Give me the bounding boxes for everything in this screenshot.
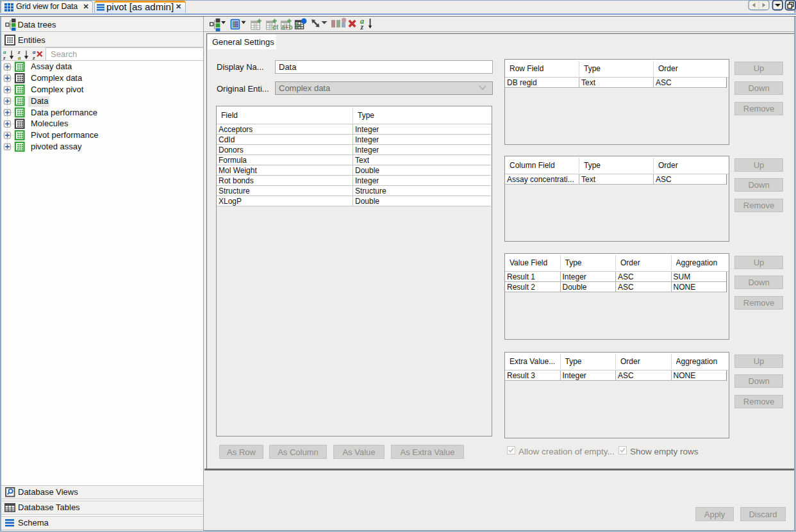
svg-text:a: a xyxy=(18,54,21,61)
svg-text:z: z xyxy=(3,54,6,61)
svg-text:z: z xyxy=(360,22,364,31)
svg-text:ct: ct xyxy=(273,24,279,31)
svg-text:z: z xyxy=(32,54,35,61)
svg-text:a+b: a+b xyxy=(281,24,293,31)
